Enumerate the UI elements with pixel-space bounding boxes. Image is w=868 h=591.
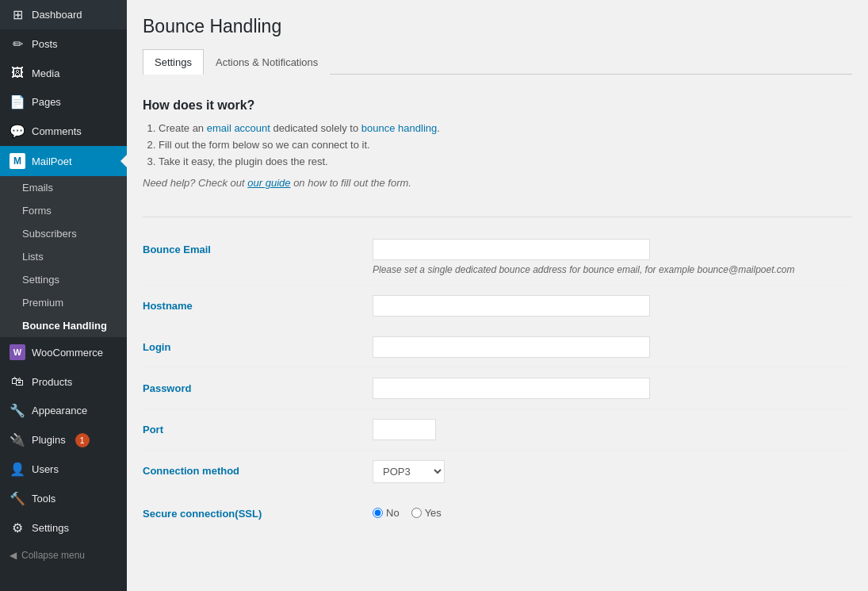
sidebar-item-label: Plugins — [32, 434, 66, 446]
sidebar-item-media[interactable]: 🖼 Media — [0, 59, 127, 87]
sidebar-item-label: Products — [32, 376, 72, 388]
how-it-works-step-3: Take it easy, the plugin does the rest. — [159, 155, 852, 167]
login-input[interactable] — [373, 336, 650, 358]
collapse-menu-label: Collapse menu — [21, 550, 85, 561]
collapse-arrow-icon: ◀ — [10, 550, 17, 561]
port-field — [373, 419, 852, 440]
port-input[interactable] — [373, 419, 436, 440]
secure-connection-label: Secure connection(SSL) — [143, 503, 373, 520]
submenu-forms[interactable]: Forms — [0, 199, 127, 222]
sidebar-item-label: Pages — [32, 96, 61, 108]
submenu-subscribers[interactable]: Subscribers — [0, 222, 127, 245]
submenu-bounce-handling[interactable]: Bounce Handling — [0, 314, 127, 337]
our-guide-link[interactable]: our guide — [247, 177, 290, 189]
password-input[interactable] — [373, 378, 650, 399]
sidebar-item-dashboard[interactable]: ⊞ Dashboard — [0, 0, 127, 29]
sidebar-item-label: MailPoet — [32, 155, 72, 167]
how-it-works-step-1: Create an email account dedicated solely… — [159, 122, 852, 134]
how-it-works-step-2: Fill out the form below so we can connec… — [159, 139, 852, 151]
ssl-yes-label[interactable]: Yes — [411, 507, 442, 519]
bounce-email-field: Please set a single dedicated bounce add… — [373, 239, 852, 275]
sidebar: ⊞ Dashboard ✏ Posts 🖼 Media 📄 Pages 💬 Co… — [0, 0, 127, 591]
hostname-row: Hostname — [143, 286, 852, 327]
sidebar-item-settings[interactable]: ⚙ Settings — [0, 513, 127, 543]
sidebar-item-users[interactable]: 👤 Users — [0, 455, 127, 484]
hostname-label: Hostname — [143, 295, 373, 312]
dashboard-icon: ⊞ — [10, 7, 25, 22]
submenu-emails[interactable]: Emails — [0, 176, 127, 199]
sidebar-item-tools[interactable]: 🔨 Tools — [0, 484, 127, 513]
appearance-icon: 🔧 — [10, 403, 25, 418]
hostname-field — [373, 295, 852, 317]
divider — [143, 217, 852, 217]
connection-method-select[interactable]: POP3 IMAP SMTP — [373, 460, 445, 483]
bounce-email-hint: Please set a single dedicated bounce add… — [373, 264, 852, 275]
woocommerce-icon: W — [10, 344, 25, 360]
sidebar-item-label: Users — [32, 463, 59, 475]
products-icon: 🛍 — [10, 374, 25, 389]
bounce-handling-link[interactable]: bounce handling — [361, 122, 437, 134]
login-row: Login — [143, 327, 852, 368]
sidebar-item-label: Dashboard — [32, 9, 82, 21]
comments-icon: 💬 — [10, 124, 25, 139]
help-text-after: on how to fill out the form. — [293, 177, 411, 189]
sidebar-item-label: Comments — [32, 125, 82, 137]
ssl-yes-radio[interactable] — [411, 508, 422, 518]
sidebar-item-comments[interactable]: 💬 Comments — [0, 117, 127, 146]
mailpoet-submenu: Emails Forms Subscribers Lists Settings … — [0, 176, 127, 337]
sidebar-item-posts[interactable]: ✏ Posts — [0, 29, 127, 59]
ssl-yes-text: Yes — [425, 507, 442, 519]
secure-connection-row: Secure connection(SSL) No Yes — [143, 493, 852, 530]
pages-icon: 📄 — [10, 94, 25, 109]
ssl-no-text: No — [386, 507, 400, 519]
connection-method-label: Connection method — [143, 460, 373, 477]
bounce-email-input[interactable] — [373, 239, 650, 260]
port-row: Port — [143, 409, 852, 451]
tabs-bar: Settings Actions & Notifications — [143, 49, 852, 75]
tools-icon: 🔨 — [10, 491, 25, 506]
posts-icon: ✏ — [10, 36, 25, 52]
bounce-email-row: Bounce Email Please set a single dedicat… — [143, 229, 852, 286]
sidebar-item-label: Posts — [32, 38, 58, 50]
ssl-no-label[interactable]: No — [373, 507, 400, 519]
submenu-lists[interactable]: Lists — [0, 245, 127, 268]
plugins-icon: 🔌 — [10, 432, 25, 447]
mailpoet-icon: M — [10, 153, 25, 169]
sidebar-item-woocommerce[interactable]: W WooCommerce — [0, 337, 127, 367]
connection-method-field: POP3 IMAP SMTP — [373, 460, 852, 483]
main-content: Bounce Handling Settings Actions & Notif… — [127, 0, 868, 591]
how-it-works-list: Create an email account dedicated solely… — [143, 122, 852, 167]
email-account-link[interactable]: email account — [207, 122, 270, 134]
step-1-text: Create an email account dedicated solely… — [159, 122, 440, 134]
how-it-works-section: How does it work? Create an email accoun… — [143, 90, 852, 205]
help-text-before: Need help? Check out — [143, 177, 245, 189]
submenu-premium[interactable]: Premium — [0, 291, 127, 314]
sidebar-item-plugins[interactable]: 🔌 Plugins 1 — [0, 425, 127, 455]
bounce-email-label: Bounce Email — [143, 239, 373, 255]
plugins-badge: 1 — [75, 433, 90, 447]
submenu-settings[interactable]: Settings — [0, 268, 127, 291]
sidebar-item-label: Settings — [32, 522, 69, 534]
ssl-no-radio[interactable] — [373, 508, 383, 518]
settings-icon: ⚙ — [10, 520, 25, 535]
port-label: Port — [143, 419, 373, 436]
collapse-menu-button[interactable]: ◀ Collapse menu — [0, 543, 127, 568]
page-title: Bounce Handling — [143, 16, 852, 37]
sidebar-item-appearance[interactable]: 🔧 Appearance — [0, 396, 127, 425]
login-field — [373, 336, 852, 358]
secure-connection-field: No Yes — [373, 503, 852, 519]
users-icon: 👤 — [10, 462, 25, 477]
tab-settings[interactable]: Settings — [143, 49, 204, 75]
sidebar-item-label: WooCommerce — [32, 347, 103, 359]
password-row: Password — [143, 368, 852, 409]
media-icon: 🖼 — [10, 66, 25, 80]
sidebar-item-mailpoet[interactable]: M MailPoet — [0, 146, 127, 176]
sidebar-item-pages[interactable]: 📄 Pages — [0, 87, 127, 117]
tab-actions-notifications[interactable]: Actions & Notifications — [204, 49, 330, 75]
connection-method-row: Connection method POP3 IMAP SMTP — [143, 451, 852, 493]
sidebar-item-products[interactable]: 🛍 Products — [0, 367, 127, 396]
hostname-input[interactable] — [373, 295, 650, 317]
help-text: Need help? Check out our guide on how to… — [143, 177, 852, 189]
ssl-radio-group: No Yes — [373, 503, 852, 519]
password-label: Password — [143, 378, 373, 394]
